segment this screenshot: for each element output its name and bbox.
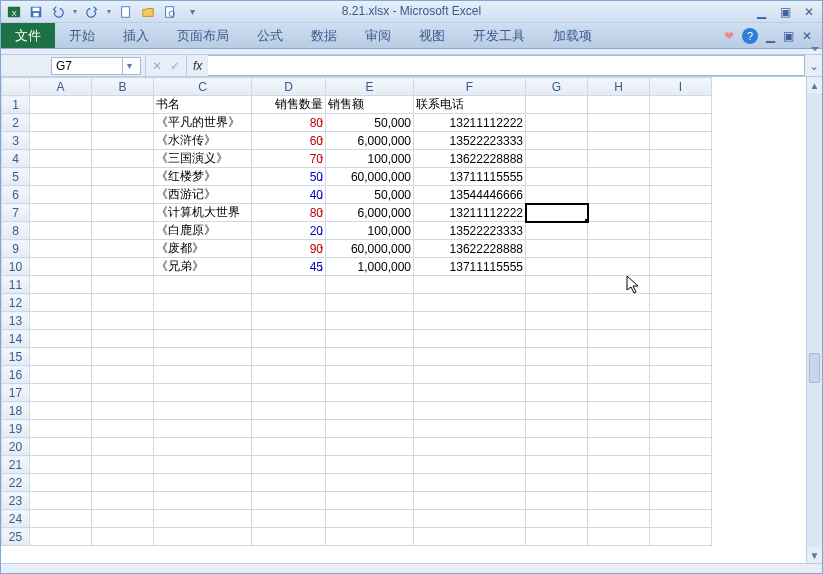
cell-D8[interactable]: 20↓ [252,222,326,240]
cell-B11[interactable] [92,276,154,294]
cell-C19[interactable] [154,420,252,438]
cell-G11[interactable] [526,276,588,294]
cell-F7[interactable]: 13211112222 [414,204,526,222]
cell-I3[interactable] [650,132,712,150]
cell-A4[interactable] [30,150,92,168]
cell-E7[interactable]: 6,000,000 [326,204,414,222]
cell-C13[interactable] [154,312,252,330]
cell-G16[interactable] [526,366,588,384]
cell-H13[interactable] [588,312,650,330]
cell-B23[interactable] [92,492,154,510]
cell-G12[interactable] [526,294,588,312]
cell-I5[interactable] [650,168,712,186]
cell-E10[interactable]: 1,000,000 [326,258,414,276]
cell-F9[interactable]: 13622228888 [414,240,526,258]
maximize-button[interactable]: ▣ [776,5,794,19]
cell-C5[interactable]: 《红楼梦》 [154,168,252,186]
cell-C2[interactable]: 《平凡的世界》 [154,114,252,132]
cell-E3[interactable]: 6,000,000 [326,132,414,150]
cell-E20[interactable] [326,438,414,456]
cell-D16[interactable] [252,366,326,384]
cell-I8[interactable] [650,222,712,240]
col-header-C[interactable]: C [154,78,252,96]
name-box[interactable]: G7 ▾ [51,57,141,75]
cell-I25[interactable] [650,528,712,546]
cell-A7[interactable] [30,204,92,222]
cell-G3[interactable] [526,132,588,150]
cell-A15[interactable] [30,348,92,366]
cell-E8[interactable]: 100,000 [326,222,414,240]
row-header-1[interactable]: 1 [2,96,30,114]
cell-C18[interactable] [154,402,252,420]
cell-C25[interactable] [154,528,252,546]
row-header-18[interactable]: 18 [2,402,30,420]
cell-F3[interactable]: 13522223333 [414,132,526,150]
cell-G6[interactable] [526,186,588,204]
cell-H9[interactable] [588,240,650,258]
cell-G4[interactable] [526,150,588,168]
cell-E15[interactable] [326,348,414,366]
cell-G21[interactable] [526,456,588,474]
cell-D7[interactable]: 80↑ [252,204,326,222]
col-header-D[interactable]: D [252,78,326,96]
row-header-14[interactable]: 14 [2,330,30,348]
cell-G23[interactable] [526,492,588,510]
cell-C14[interactable] [154,330,252,348]
cell-A9[interactable] [30,240,92,258]
cell-D15[interactable] [252,348,326,366]
cell-C1[interactable]: 书名 [154,96,252,114]
cell-B25[interactable] [92,528,154,546]
workbook-close-button[interactable]: ✕ [802,29,812,43]
cell-G22[interactable] [526,474,588,492]
cell-A6[interactable] [30,186,92,204]
cell-F20[interactable] [414,438,526,456]
cell-G7[interactable] [526,204,588,222]
tab-view[interactable]: 视图 [405,23,459,48]
cell-I14[interactable] [650,330,712,348]
cell-B2[interactable] [92,114,154,132]
workbook-restore-button[interactable]: ▣ [783,29,794,43]
cell-E21[interactable] [326,456,414,474]
cell-F23[interactable] [414,492,526,510]
cell-G17[interactable] [526,384,588,402]
cell-H14[interactable] [588,330,650,348]
row-header-17[interactable]: 17 [2,384,30,402]
cell-D5[interactable]: 50↓ [252,168,326,186]
row-header-4[interactable]: 4 [2,150,30,168]
cell-D23[interactable] [252,492,326,510]
tab-layout[interactable]: 页面布局 [163,23,243,48]
cell-B3[interactable] [92,132,154,150]
cell-I23[interactable] [650,492,712,510]
cell-G1[interactable] [526,96,588,114]
cell-B8[interactable] [92,222,154,240]
cell-F13[interactable] [414,312,526,330]
cell-G18[interactable] [526,402,588,420]
cell-E4[interactable]: 100,000 [326,150,414,168]
cell-E16[interactable] [326,366,414,384]
row-header-8[interactable]: 8 [2,222,30,240]
cell-A23[interactable] [30,492,92,510]
row-header-6[interactable]: 6 [2,186,30,204]
cell-H20[interactable] [588,438,650,456]
row-header-11[interactable]: 11 [2,276,30,294]
row-header-21[interactable]: 21 [2,456,30,474]
cell-B21[interactable] [92,456,154,474]
tab-addins[interactable]: 加载项 [539,23,606,48]
fx-label[interactable]: fx [187,55,208,76]
cell-D6[interactable]: 40↓ [252,186,326,204]
cell-H2[interactable] [588,114,650,132]
open-icon[interactable] [139,3,157,21]
cell-A8[interactable] [30,222,92,240]
tab-insert[interactable]: 插入 [109,23,163,48]
cell-E6[interactable]: 50,000 [326,186,414,204]
cell-C3[interactable]: 《水浒传》 [154,132,252,150]
cell-A17[interactable] [30,384,92,402]
cell-E13[interactable] [326,312,414,330]
name-box-dropdown-icon[interactable]: ▾ [122,57,136,75]
cell-C4[interactable]: 《三国演义》 [154,150,252,168]
cell-F11[interactable] [414,276,526,294]
cell-H17[interactable] [588,384,650,402]
row-header-3[interactable]: 3 [2,132,30,150]
excel-icon[interactable]: X [5,3,23,21]
cell-B6[interactable] [92,186,154,204]
